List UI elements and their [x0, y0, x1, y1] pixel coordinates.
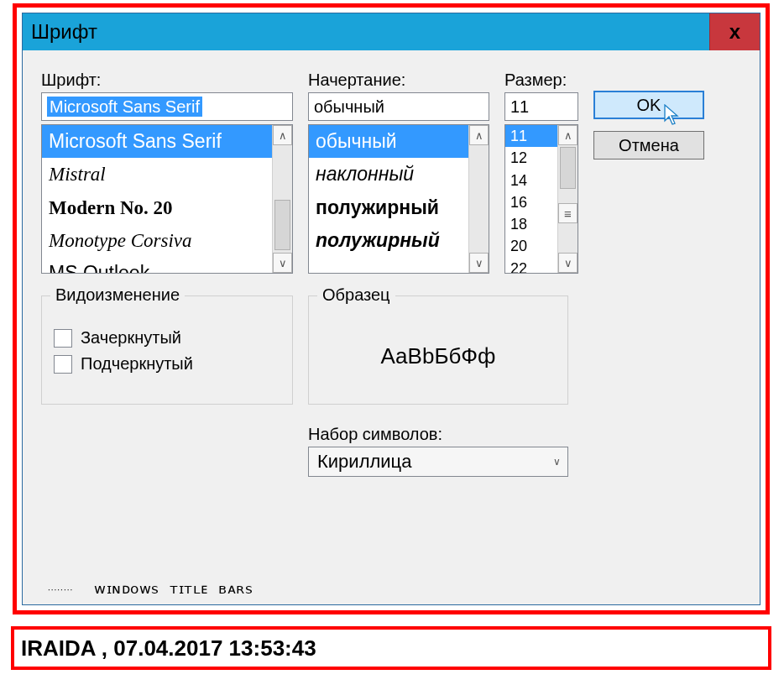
- size-scrollbar[interactable]: ∧ ≡ ∨: [557, 125, 578, 273]
- list-item[interactable]: MS Outlook: [42, 257, 272, 273]
- size-label: Размер:: [504, 71, 578, 90]
- list-item[interactable]: 16: [505, 191, 557, 213]
- close-icon: x: [729, 20, 740, 44]
- list-item[interactable]: 11: [505, 125, 557, 147]
- list-item[interactable]: 20: [505, 235, 557, 257]
- list-item[interactable]: Microsoft Sans Serif: [42, 125, 272, 158]
- underline-checkbox[interactable]: Подчеркнутый: [54, 354, 280, 374]
- effects-legend: Видоизменение: [50, 285, 185, 305]
- buttons-column: OK Отмена: [593, 71, 704, 274]
- scroll-down-icon[interactable]: ∨: [273, 253, 292, 273]
- partial-dots: ········: [48, 585, 73, 594]
- scroll-grip-icon[interactable]: ≡: [558, 203, 578, 223]
- list-item[interactable]: Modern No. 20: [42, 191, 272, 224]
- sample-group: Образец АаВbБбФф: [308, 295, 568, 405]
- list-item[interactable]: 22: [505, 258, 557, 273]
- list-item[interactable]: Monotype Corsiva: [42, 224, 272, 257]
- size-input[interactable]: 11: [504, 92, 578, 121]
- scroll-up-icon[interactable]: ∧: [558, 125, 578, 145]
- scroll-up-icon[interactable]: ∧: [469, 125, 489, 145]
- style-list[interactable]: обычный наклонный полужирный полужирный …: [308, 124, 489, 274]
- list-item[interactable]: 18: [505, 213, 557, 235]
- scroll-track[interactable]: [273, 145, 292, 253]
- font-column: Шрифт: Microsoft Sans Serif Microsoft Sa…: [41, 71, 293, 274]
- status-caption: IRAIDA , 07.04.2017 13:53:43: [11, 626, 771, 670]
- list-item[interactable]: полужирный: [309, 224, 468, 257]
- strikeout-checkbox[interactable]: Зачеркнутый: [54, 328, 280, 348]
- scroll-thumb[interactable]: [560, 147, 576, 189]
- scroll-down-icon[interactable]: ∨: [558, 253, 578, 273]
- font-dialog: Шрифт x Шрифт: Microsoft Sans Serif Micr…: [22, 13, 760, 605]
- font-label: Шрифт:: [41, 71, 293, 90]
- close-button[interactable]: x: [709, 13, 760, 50]
- checkbox-icon: [54, 329, 72, 348]
- list-item[interactable]: Mistral: [42, 158, 272, 191]
- list-item[interactable]: полужирный: [309, 191, 468, 224]
- size-list[interactable]: 11 12 14 16 18 20 22 ∧: [504, 124, 578, 274]
- scroll-up-icon[interactable]: ∧: [273, 125, 292, 145]
- scroll-down-icon[interactable]: ∨: [469, 253, 489, 273]
- list-item[interactable]: наклонный: [309, 158, 468, 191]
- charset-label: Набор символов:: [308, 425, 568, 444]
- status-text: IRAIDA , 07.04.2017 13:53:43: [21, 635, 316, 661]
- checkbox-icon: [54, 355, 72, 374]
- titlebar[interactable]: Шрифт x: [23, 13, 760, 50]
- list-item[interactable]: 12: [505, 147, 557, 169]
- scroll-track[interactable]: [469, 145, 489, 253]
- scroll-track[interactable]: [558, 223, 578, 253]
- sample-legend: Образец: [317, 285, 395, 305]
- sample-text: АаВbБбФф: [380, 343, 495, 369]
- style-input[interactable]: обычный: [308, 92, 489, 121]
- dialog-frame: Шрифт x Шрифт: Microsoft Sans Serif Micr…: [13, 3, 770, 614]
- scroll-thumb[interactable]: [274, 200, 290, 250]
- list-item[interactable]: обычный: [309, 125, 468, 158]
- size-column: Размер: 11 11 12 14 16 18 20 22: [504, 71, 578, 274]
- ok-button[interactable]: OK: [593, 91, 704, 119]
- scroll-track[interactable]: [558, 145, 578, 203]
- style-label: Начертание:: [308, 71, 489, 90]
- dialog-client: Шрифт: Microsoft Sans Serif Microsoft Sa…: [23, 50, 760, 604]
- font-scrollbar[interactable]: ∧ ∨: [272, 125, 292, 273]
- list-item[interactable]: 14: [505, 170, 557, 191]
- dialog-title: Шрифт: [31, 20, 97, 44]
- charset-combo[interactable]: Кириллица ∨: [308, 447, 568, 477]
- chevron-down-icon: ∨: [553, 456, 561, 468]
- cursor-icon: [664, 104, 681, 126]
- partial-text: ᴡɪɴᴅᴏᴡꜱ⠀ᴛɪᴛʟᴇ⠀ʙᴀʀꜱ: [94, 580, 253, 598]
- font-list[interactable]: Microsoft Sans Serif Mistral Modern No. …: [41, 124, 293, 274]
- cancel-button[interactable]: Отмена: [593, 131, 704, 159]
- font-input[interactable]: Microsoft Sans Serif: [41, 92, 293, 121]
- style-scrollbar[interactable]: ∧ ∨: [468, 125, 489, 273]
- style-column: Начертание: обычный обычный наклонный по…: [308, 71, 489, 274]
- effects-group: Видоизменение Зачеркнутый Подчеркнутый: [41, 295, 293, 405]
